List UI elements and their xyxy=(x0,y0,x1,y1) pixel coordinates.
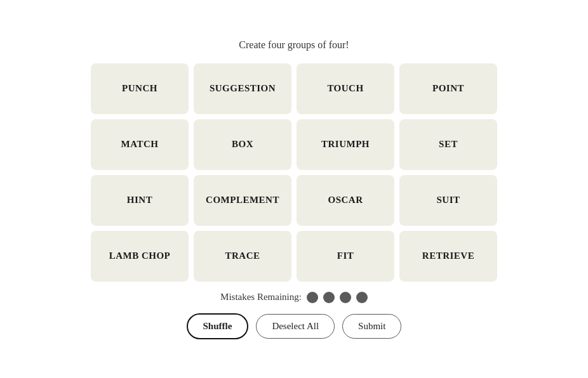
tile-touch[interactable]: TOUCH xyxy=(297,63,394,114)
tile-complement[interactable]: COMPLEMENT xyxy=(194,175,291,226)
tile-trace[interactable]: TRACE xyxy=(194,231,291,282)
tile-box[interactable]: BOX xyxy=(194,119,291,170)
submit-button[interactable]: Submit xyxy=(342,314,401,339)
tile-lamb-chop[interactable]: LAMB CHOP xyxy=(91,231,189,282)
deselect-all-button[interactable]: Deselect All xyxy=(256,314,335,339)
mistake-dot-4 xyxy=(356,292,368,303)
tile-oscar[interactable]: OSCAR xyxy=(297,175,394,226)
subtitle: Create four groups of four! xyxy=(239,39,349,51)
mistakes-row: Mistakes Remaining: xyxy=(220,292,368,303)
tile-match[interactable]: MATCH xyxy=(91,119,189,170)
buttons-row: Shuffle Deselect All Submit xyxy=(187,313,402,339)
tile-retrieve[interactable]: RETRIEVE xyxy=(399,231,497,282)
tile-hint[interactable]: HINT xyxy=(91,175,189,226)
tile-fit[interactable]: FIT xyxy=(297,231,394,282)
game-container: Create four groups of four! PUNCHSUGGEST… xyxy=(91,39,497,339)
mistake-dot-1 xyxy=(307,292,318,303)
mistake-dot-3 xyxy=(340,292,351,303)
shuffle-button[interactable]: Shuffle xyxy=(187,313,249,339)
tile-punch[interactable]: PUNCH xyxy=(91,63,189,114)
tile-triumph[interactable]: TRIUMPH xyxy=(297,119,394,170)
mistakes-label: Mistakes Remaining: xyxy=(220,292,302,303)
tile-grid: PUNCHSUGGESTIONTOUCHPOINTMATCHBOXTRIUMPH… xyxy=(91,63,497,282)
tile-suit[interactable]: SUIT xyxy=(399,175,497,226)
tile-point[interactable]: POINT xyxy=(399,63,497,114)
tile-suggestion[interactable]: SUGGESTION xyxy=(194,63,291,114)
mistake-dot-2 xyxy=(323,292,335,303)
tile-set[interactable]: SET xyxy=(399,119,497,170)
